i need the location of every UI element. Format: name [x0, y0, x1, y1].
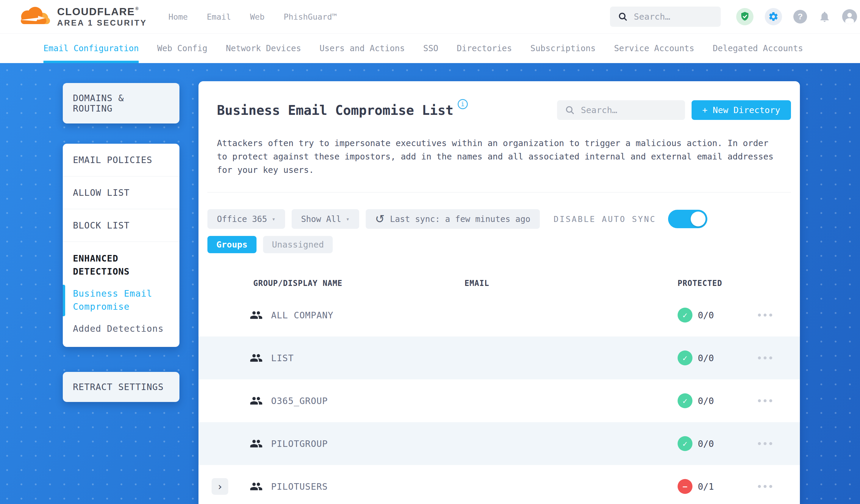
auto-sync-label: DISABLE AUTO SYNC — [554, 215, 656, 224]
info-icon[interactable]: i — [458, 99, 468, 109]
global-search[interactable] — [610, 6, 721, 27]
help-button[interactable]: ? — [793, 10, 807, 24]
directory-search[interactable] — [557, 100, 685, 120]
tab-service-accounts[interactable]: Service Accounts — [614, 34, 694, 63]
protected-status-icon: ✓ — [677, 436, 692, 451]
table-row[interactable]: PILOTGROUP ✓ 0/0 — [199, 422, 800, 465]
cloudflare-logo[interactable]: CLOUDFLARE® AREA 1 SECURITY — [17, 6, 147, 28]
group-icon — [250, 437, 263, 450]
row-actions-menu-button[interactable] — [758, 485, 788, 488]
active-indicator-bar — [63, 285, 65, 316]
top-nav: Home Email Web PhishGuard™ — [169, 12, 337, 21]
group-icon — [250, 308, 263, 322]
sidebar-section-enhanced-detections: ENHANCED DETECTIONS — [73, 252, 169, 278]
protected-count: 0/0 — [698, 396, 714, 406]
toggle-knob — [691, 212, 705, 227]
brand-subname: AREA 1 SECURITY — [57, 18, 147, 28]
show-filter-dropdown[interactable]: Show All ▾ — [292, 209, 359, 229]
expand-chevron-button[interactable]: › — [212, 478, 228, 495]
notifications-bell-icon[interactable] — [818, 11, 831, 23]
nav-email[interactable]: Email — [207, 12, 231, 21]
bec-list-panel: Business Email Compromise List i + New D… — [199, 81, 800, 504]
table-row[interactable]: › PILOTUSERS − 0/1 — [199, 465, 800, 504]
table-row[interactable]: ALL COMPANY ✓ 0/0 — [199, 294, 800, 336]
tab-web-config[interactable]: Web Config — [157, 34, 207, 63]
row-actions-menu-button[interactable] — [758, 442, 788, 445]
section-tabs: Email Configuration Web Config Network D… — [0, 34, 860, 63]
group-icon — [250, 394, 263, 407]
tab-groups[interactable]: Groups — [207, 236, 257, 253]
group-name: ALL COMPANY — [271, 310, 464, 320]
row-actions-menu-button[interactable] — [758, 314, 788, 317]
top-header: CLOUDFLARE® AREA 1 SECURITY Home Email W… — [0, 0, 860, 34]
groups-table: GROUP/DISPLAY NAME EMAIL PROTECTED ALL C… — [199, 273, 800, 504]
nav-home[interactable]: Home — [169, 12, 188, 21]
tab-users-and-actions[interactable]: Users and Actions — [319, 34, 405, 63]
last-sync-status[interactable]: ↺ Last sync: a few minutes ago — [366, 209, 540, 229]
tab-delegated-accounts[interactable]: Delegated Accounts — [713, 34, 803, 63]
tab-network-devices[interactable]: Network Devices — [226, 34, 301, 63]
tab-unassigned[interactable]: Unassigned — [263, 236, 333, 253]
directory-type-dropdown[interactable]: Office 365 ▾ — [207, 209, 285, 229]
nav-web[interactable]: Web — [250, 12, 264, 21]
group-name: LIST — [271, 353, 464, 363]
filters-row: Office 365 ▾ Show All ▾ ↺ Last sync: a f… — [207, 209, 791, 229]
security-status-button[interactable] — [736, 8, 754, 25]
group-icon — [250, 351, 263, 364]
protected-status-icon: ✓ — [677, 350, 692, 365]
protected-count: 0/0 — [698, 438, 714, 449]
row-actions-menu-button[interactable] — [758, 399, 788, 402]
column-group-display-name: GROUP/DISPLAY NAME — [232, 279, 464, 288]
directory-search-input[interactable] — [581, 105, 677, 115]
account-avatar[interactable] — [842, 9, 857, 24]
last-sync-text: Last sync: a few minutes ago — [390, 214, 530, 224]
tab-sso[interactable]: SSO — [423, 34, 438, 63]
sidebar-item-retract-settings[interactable]: RETRACT SETTINGS — [63, 372, 180, 402]
table-row[interactable]: O365_GROUP ✓ 0/0 — [199, 379, 800, 422]
sidebar-item-block-list[interactable]: BLOCK LIST — [63, 209, 180, 242]
question-mark-icon: ? — [798, 12, 803, 21]
tab-directories[interactable]: Directories — [457, 34, 512, 63]
protected-status-icon: − — [677, 479, 692, 494]
table-row[interactable]: LIST ✓ 0/0 — [199, 336, 800, 379]
table-header: GROUP/DISPLAY NAME EMAIL PROTECTED — [199, 273, 800, 294]
gear-icon — [768, 11, 779, 22]
sidebar-item-business-email-compromise[interactable]: Business Email Compromise — [73, 287, 169, 313]
sidebar-policies-card: EMAIL POLICIES ALLOW LIST BLOCK LIST ENH… — [63, 144, 180, 347]
group-name: PILOTUSERS — [271, 481, 464, 492]
row-actions-menu-button[interactable] — [758, 357, 788, 359]
search-icon — [618, 12, 628, 22]
settings-button[interactable] — [765, 8, 782, 25]
group-name: PILOTGROUP — [271, 438, 464, 449]
chevron-down-icon: ▾ — [272, 215, 275, 222]
person-icon — [842, 9, 857, 24]
refresh-icon: ↺ — [375, 213, 385, 225]
sidebar-item-added-detections[interactable]: Added Detections — [73, 323, 169, 334]
tab-subscriptions[interactable]: Subscriptions — [530, 34, 596, 63]
group-name: O365_GROUP — [271, 396, 464, 406]
auto-sync-toggle[interactable] — [668, 210, 707, 228]
chevron-down-icon: ▾ — [346, 215, 349, 222]
page-description: Attackers often try to impersonate execu… — [217, 136, 783, 177]
protected-status-icon: ✓ — [677, 393, 692, 408]
nav-phishguard[interactable]: PhishGuard™ — [284, 12, 337, 21]
group-view-tabs: Groups Unassigned — [207, 236, 791, 253]
search-icon — [565, 105, 575, 115]
sidebar-item-email-policies[interactable]: EMAIL POLICIES — [63, 144, 180, 176]
protected-count: 0/0 — [698, 310, 714, 320]
new-directory-button[interactable]: + New Directory — [691, 100, 791, 120]
shield-check-icon — [740, 11, 749, 22]
column-protected: PROTECTED — [677, 279, 758, 288]
sidebar-item-allow-list[interactable]: ALLOW LIST — [63, 176, 180, 209]
brand-name: CLOUDFLARE® — [57, 6, 147, 17]
tab-email-configuration[interactable]: Email Configuration — [43, 34, 139, 63]
group-icon — [250, 480, 263, 493]
protected-count: 0/1 — [698, 481, 714, 492]
section-divider — [207, 192, 791, 192]
sidebar-item-domains-routing[interactable]: DOMAINS & ROUTING — [63, 83, 180, 124]
registered-mark: ® — [135, 6, 139, 11]
protected-count: 0/0 — [698, 353, 714, 363]
settings-sidebar: DOMAINS & ROUTING EMAIL POLICIES ALLOW L… — [63, 83, 180, 402]
cloudflare-cloud-icon — [17, 7, 53, 27]
global-search-input[interactable] — [634, 12, 713, 22]
